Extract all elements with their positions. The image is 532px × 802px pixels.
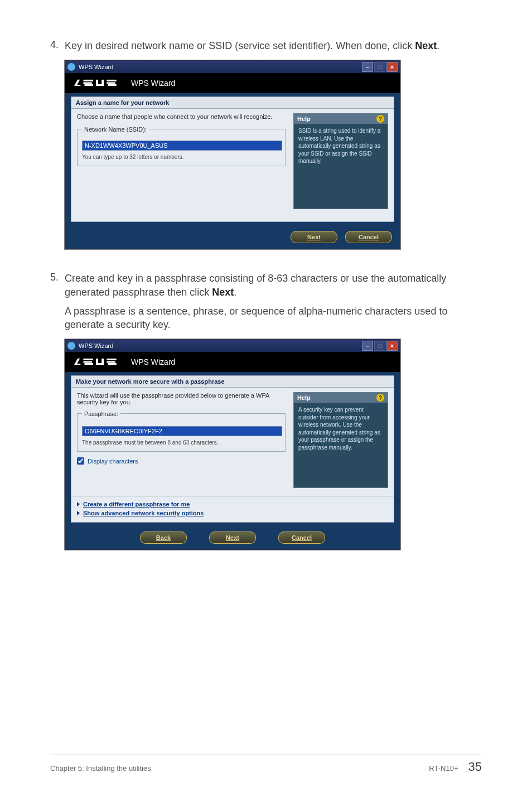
svg-rect-17 — [108, 364, 116, 365]
wizard-passphrase: WPS Wizard – □ × — [65, 339, 400, 550]
close-button[interactable]: × — [386, 341, 398, 351]
svg-rect-10 — [83, 361, 91, 363]
section-intro: This wizard will use the passphrase prov… — [77, 392, 286, 405]
footer-chapter: Chapter 5: Installing the utilities — [50, 764, 151, 772]
maximize-button: □ — [374, 62, 385, 72]
help-panel: Help ? SSID is a string used to identify… — [293, 113, 388, 209]
chevron-right-icon — [77, 502, 80, 506]
titlebar: WPS Wizard – □ × — [65, 340, 400, 352]
help-body: SSID is a string used to identify a wire… — [294, 124, 388, 209]
svg-rect-6 — [107, 80, 116, 81]
step5-bold: Next — [212, 287, 234, 298]
footer-page-number: 35 — [468, 760, 482, 774]
titlebar: WPS Wizard – □ × — [65, 61, 400, 73]
step5-number: 5. — [50, 272, 65, 283]
step5-post: . — [234, 287, 236, 298]
step4-text: Key in desired network name or SSID (ser… — [65, 39, 439, 52]
page-footer: Chapter 5: Installing the utilities RT-N… — [50, 755, 482, 774]
display-characters-row[interactable]: Display characters — [77, 457, 286, 465]
brand-title: WPS Wizard — [131, 357, 175, 366]
cancel-button[interactable]: Cancel — [345, 231, 392, 243]
close-button[interactable]: × — [386, 62, 398, 72]
step5-pre: Create and key in a passphrase consistin… — [65, 273, 446, 297]
section-intro: Choose a name that people who connect to… — [77, 113, 286, 120]
svg-rect-11 — [84, 364, 93, 365]
brand-bar: WPS Wizard — [65, 352, 400, 372]
display-characters-label: Display characters — [88, 458, 138, 465]
display-characters-checkbox[interactable] — [77, 457, 84, 465]
svg-rect-16 — [107, 361, 115, 363]
section-heading: Assign a name for your network — [71, 96, 394, 108]
help-body: A security key can prevent outsider from… — [294, 403, 388, 487]
brand-bar: WPS Wizard — [65, 73, 400, 93]
ssid-input[interactable] — [82, 141, 282, 151]
cancel-button[interactable]: Cancel — [278, 532, 325, 544]
svg-rect-1 — [83, 83, 91, 84]
wizard-assign-name: WPS Wizard – □ × — [65, 60, 400, 249]
brand-title: WPS Wizard — [131, 79, 175, 88]
help-icon: ? — [376, 115, 384, 123]
window-title: WPS Wizard — [79, 64, 113, 70]
svg-rect-0 — [83, 80, 93, 81]
window-title: WPS Wizard — [79, 342, 113, 349]
link-label: Create a different passphrase for me — [83, 501, 190, 508]
step5-text: Create and key in a passphrase consistin… — [65, 272, 482, 299]
svg-rect-9 — [83, 359, 93, 360]
svg-rect-14 — [101, 359, 104, 365]
app-icon — [67, 63, 75, 71]
step4-number: 4. — [50, 39, 65, 51]
step4-pre: Key in desired network name or SSID (ser… — [65, 40, 415, 51]
asus-logo — [72, 356, 123, 368]
app-icon — [67, 342, 75, 350]
help-title: Help — [297, 394, 311, 401]
svg-rect-2 — [84, 84, 93, 86]
passphrase-legend: Passphrase: — [82, 410, 120, 417]
section-heading: Make your network more secure with a pas… — [71, 375, 394, 387]
asus-logo — [72, 77, 123, 89]
passphrase-input[interactable] — [82, 426, 282, 436]
next-button[interactable]: Next — [291, 231, 337, 243]
show-advanced-security-link[interactable]: Show advanced network security options — [77, 509, 388, 518]
next-button[interactable]: Next — [209, 532, 256, 544]
svg-rect-7 — [107, 83, 115, 84]
minimize-button[interactable]: – — [362, 62, 373, 72]
passphrase-hint: The passphrase must be between 8 and 63 … — [82, 439, 280, 446]
minimize-button[interactable]: – — [362, 341, 373, 351]
svg-rect-5 — [101, 80, 104, 86]
step4-post: . — [437, 40, 439, 51]
svg-rect-15 — [107, 359, 116, 360]
svg-rect-8 — [108, 84, 116, 86]
step4-bold: Next — [415, 40, 437, 51]
help-title: Help — [297, 115, 311, 122]
chevron-right-icon — [77, 511, 80, 515]
maximize-button: □ — [374, 341, 385, 351]
help-icon: ? — [376, 394, 384, 402]
help-panel: Help ? A security key can prevent outsid… — [293, 392, 388, 488]
link-label: Show advanced network security options — [83, 510, 204, 516]
back-button[interactable]: Back — [140, 532, 187, 544]
ssid-legend: Network Name (SSID): — [82, 126, 149, 133]
ssid-hint: You can type up to 32 letters or numbers… — [82, 154, 280, 160]
footer-model: RT-N10+ — [429, 764, 458, 772]
step5-subtext: A passphrase is a sentence, phrase, or s… — [65, 305, 482, 332]
create-different-passphrase-link[interactable]: Create a different passphrase for me — [77, 500, 388, 509]
